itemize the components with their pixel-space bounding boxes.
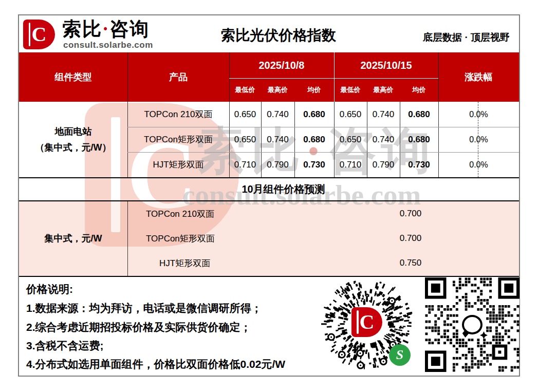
- subheader-min-1: 最低价: [229, 78, 261, 102]
- table-row-product: TOPCon矩形双面: [127, 127, 229, 152]
- wechat-qr-code: [425, 277, 520, 372]
- price-avg: 0.680: [294, 102, 334, 127]
- price-min: 0.650: [334, 102, 367, 127]
- price-index-sheet: C 索比·咨询 consult.solarbe.com C 索比·咨询 cons…: [18, 14, 520, 377]
- column-header-date-1: 2025/10/8: [229, 52, 334, 78]
- wechat-chat-bubble-icon: [459, 311, 486, 338]
- price-avg: 0.680: [294, 127, 334, 152]
- forecast-row-product: TOPCon矩形双面: [127, 226, 333, 251]
- page-title: 索比光伏价格指数: [168, 26, 389, 45]
- brand-name: 索比·咨询: [62, 16, 150, 42]
- subheader-max-1: 最高价: [261, 78, 294, 102]
- price-avg: 0.730: [400, 152, 438, 177]
- price-avg: 0.730: [294, 152, 334, 177]
- miniprogram-qr-code: C S: [321, 278, 413, 370]
- forecast-row-price: 0.750: [369, 251, 452, 275]
- change-value: 0.0%: [438, 102, 519, 127]
- row-group-label: 地面电站 （集中式，元/W）: [19, 102, 127, 177]
- note-item-3: 3.含税不含运费;: [26, 336, 104, 355]
- price-min: 0.710: [229, 152, 261, 177]
- price-max: 0.790: [261, 152, 294, 177]
- forecast-banner: 10月组件价格预测: [19, 178, 519, 200]
- subheader-avg-2: 均价: [400, 78, 438, 102]
- column-header-change: 涨跌幅: [438, 52, 519, 102]
- change-value: 0.0%: [438, 152, 519, 177]
- forecast-row-product: HJT矩形双面: [127, 251, 333, 275]
- table-row-product: HJT矩形双面: [127, 152, 229, 177]
- price-avg: 0.680: [400, 102, 438, 127]
- price-max: 0.790: [367, 152, 400, 177]
- price-min: 0.650: [229, 102, 261, 127]
- column-header-product: 产品: [127, 52, 229, 102]
- forecast-row-price: 0.700: [369, 226, 452, 251]
- forecast-row-price: 0.700: [369, 201, 452, 226]
- note-item-1: 1.数据来源：均为拜访，电话或是微信调研所得；: [26, 298, 262, 318]
- price-max: 0.740: [367, 127, 400, 152]
- notes-title: 价格说明:: [26, 279, 73, 298]
- column-header-date-2: 2025/10/15: [334, 52, 438, 78]
- miniprogram-badge-icon: S: [389, 344, 411, 366]
- price-min: 0.650: [229, 127, 261, 152]
- forecast-group-label: 集中式，元/W: [19, 201, 127, 276]
- miniprogram-qr-logo: C: [351, 307, 382, 337]
- change-value: 0.0%: [438, 127, 519, 152]
- forecast-row-product: TOPCon 210双面: [127, 201, 333, 226]
- price-max: 0.740: [367, 102, 400, 127]
- logo-letter: C: [32, 24, 47, 45]
- price-min: 0.650: [334, 127, 367, 152]
- column-header-module-type: 组件类型: [19, 52, 127, 102]
- price-max: 0.740: [261, 127, 294, 152]
- table-row-product: TOPCon 210双面: [127, 102, 229, 127]
- price-min: 0.710: [334, 152, 367, 177]
- note-item-4: 4.分布式如选用单面组件，价格比双面价格低0.02元/W: [26, 354, 285, 374]
- price-avg: 0.680: [400, 127, 438, 152]
- note-item-2: 2.综合考虑近期招投标价格及实际供货价确定；: [26, 318, 251, 337]
- tagline: 底层数据 · 顶层视野: [368, 31, 510, 44]
- brand-dot: ·: [102, 18, 109, 40]
- subheader-min-2: 最低价: [334, 78, 367, 102]
- brand-url: consult.solarbe.com: [63, 40, 153, 50]
- logo-mark: C: [23, 20, 55, 49]
- price-max: 0.740: [261, 102, 294, 127]
- subheader-avg-1: 均价: [294, 78, 334, 102]
- subheader-max-2: 最高价: [367, 78, 400, 102]
- page-break-dashed-line: [478, 102, 478, 177]
